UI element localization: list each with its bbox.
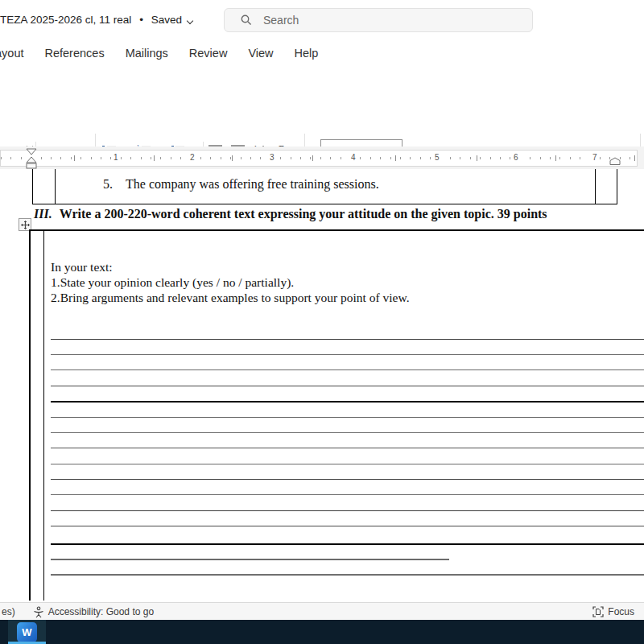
- instruction-line: 2.Bring arguments and relevant examples …: [51, 290, 410, 305]
- ruler-half-tick: [232, 155, 233, 161]
- table-border: [617, 169, 617, 204]
- ruler-number: 4: [349, 153, 358, 162]
- ruler-number: 1: [111, 153, 121, 162]
- word-logo-icon: W: [17, 622, 37, 642]
- writing-line[interactable]: [51, 526, 644, 526]
- person-check-icon: [33, 606, 44, 618]
- accessibility-label: Accessibility: Good to go: [48, 606, 154, 617]
- search-input[interactable]: Search: [224, 8, 533, 32]
- writing-line[interactable]: [51, 354, 644, 355]
- ruler-half-tick: [634, 155, 635, 161]
- writing-line[interactable]: [51, 479, 644, 480]
- instructions-block[interactable]: In your text: 1.State your opinion clear…: [51, 259, 410, 305]
- move-cross-icon: [21, 221, 30, 229]
- writing-line[interactable]: [51, 432, 644, 433]
- writing-line[interactable]: [51, 369, 644, 370]
- ruler-half-tick: [477, 155, 477, 161]
- ribbon-tab-ayout[interactable]: ayout: [0, 47, 23, 60]
- ribbon-tab-help[interactable]: Help: [295, 47, 319, 60]
- table-border: [55, 169, 56, 204]
- task-heading-text: Write a 200-220-word coherent text expre…: [60, 207, 547, 221]
- ruler-half-tick: [312, 155, 313, 161]
- writing-line[interactable]: [51, 339, 644, 340]
- ruler-number: 5: [432, 153, 442, 162]
- ribbon: A Aa A A 1 2 3: [0, 64, 644, 147]
- table-border: [29, 229, 644, 231]
- document-page[interactable]: 5. The company was offering free trainin…: [0, 169, 644, 602]
- ruler-number: 2: [188, 153, 197, 162]
- save-status: Saved: [151, 14, 182, 26]
- task-heading-numeral: III.: [34, 207, 52, 221]
- ribbon-tab-references[interactable]: References: [44, 47, 104, 60]
- taskbar-word-button[interactable]: W: [8, 620, 46, 644]
- table-border: [32, 204, 617, 204]
- exercise-sentence[interactable]: 5. The company was offering free trainin…: [103, 177, 379, 192]
- document-title-text: TEZA 2025-2026 cl, 11 real: [0, 14, 131, 26]
- instruction-line: In your text:: [51, 259, 410, 275]
- document-title[interactable]: TEZA 2025-2026 cl, 11 real • Saved: [0, 14, 192, 26]
- focus-toggle[interactable]: Focus: [592, 606, 634, 617]
- writing-line[interactable]: [51, 574, 644, 576]
- ruler-half-tick: [395, 155, 396, 161]
- accessibility-status[interactable]: Accessibility: Good to go: [33, 606, 154, 618]
- title-bar: TEZA 2025-2026 cl, 11 real • Saved Searc…: [0, 0, 644, 40]
- ruler-half-tick: [555, 155, 556, 161]
- writing-line[interactable]: [51, 417, 644, 418]
- status-bar: es) Accessibility: Good to go Focus: [0, 602, 644, 621]
- focus-label: Focus: [608, 606, 634, 617]
- search-icon: [241, 14, 252, 26]
- ruler-band[interactable]: 1234567: [0, 150, 638, 167]
- taskbar: W: [0, 620, 644, 644]
- ruler-half-tick: [154, 155, 155, 161]
- sentence-number: 5.: [103, 177, 113, 191]
- title-separator: •: [139, 14, 143, 26]
- table-border: [595, 169, 596, 204]
- writing-line[interactable]: [51, 510, 644, 511]
- ruler-number: 7: [590, 153, 600, 162]
- ruler[interactable]: 1234567: [0, 147, 644, 169]
- writing-line[interactable]: [51, 543, 644, 545]
- indent-markers-icon[interactable]: [26, 148, 37, 170]
- ribbon-tab-mailings[interactable]: Mailings: [126, 47, 168, 60]
- writing-line[interactable]: [51, 448, 644, 448]
- writing-line[interactable]: [51, 401, 644, 402]
- chevron-down-icon[interactable]: [186, 18, 192, 24]
- table-border: [43, 229, 44, 601]
- ruler-number: 6: [511, 153, 521, 162]
- ribbon-tabs: ayoutReferencesMailingsReviewViewHelp: [0, 42, 644, 64]
- writing-line[interactable]: [51, 464, 644, 464]
- sentence-text: The company was offering free training s…: [126, 177, 379, 191]
- status-left-fragment[interactable]: es): [2, 606, 15, 617]
- task-heading[interactable]: III. Write a 200-220-word coherent text …: [34, 207, 547, 221]
- writing-line[interactable]: [51, 386, 644, 386]
- table-border: [32, 169, 33, 204]
- ruler-number: 3: [267, 153, 277, 162]
- table-border: [29, 229, 31, 601]
- search-placeholder: Search: [263, 14, 299, 27]
- writing-line[interactable]: [51, 494, 644, 495]
- ruler-half-tick: [74, 155, 75, 161]
- ribbon-tab-review[interactable]: Review: [189, 47, 228, 60]
- ribbon-tab-view[interactable]: View: [248, 47, 273, 60]
- right-indent-marker-icon[interactable]: [609, 157, 621, 166]
- instruction-line: 1.State your opinion clearly (yes / no /…: [51, 275, 410, 290]
- writing-line[interactable]: [51, 559, 449, 560]
- focus-brackets-icon: [592, 606, 604, 617]
